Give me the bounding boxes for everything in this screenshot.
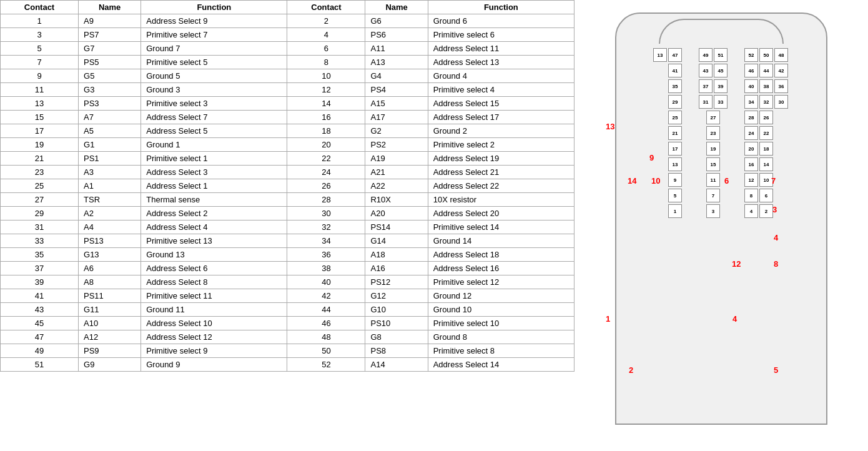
table-cell: A5: [79, 124, 141, 138]
pin: 42: [774, 64, 788, 77]
pin: 22: [759, 126, 773, 140]
table-cell: 7: [1, 56, 79, 69]
table-cell: Ground 12: [428, 289, 574, 303]
pin: 40: [744, 79, 758, 93]
table-cell: Address Select 17: [428, 111, 574, 124]
table-cell: Address Select 6: [141, 262, 287, 275]
pin: 52: [744, 48, 758, 62]
table-cell: 33: [1, 234, 79, 248]
table-cell: A21: [365, 166, 428, 179]
table-cell: 22: [287, 152, 365, 166]
pin: 1: [668, 204, 682, 218]
table-cell: A15: [365, 97, 428, 111]
pin-row: 293133343230: [623, 95, 820, 109]
table-cell: Address Select 18: [428, 248, 574, 262]
table-cell: 1: [1, 14, 79, 28]
table-cell: 44: [287, 303, 365, 317]
table-cell: Address Select 14: [428, 358, 574, 372]
pin: 20: [744, 142, 758, 156]
pin-row: 13151614: [623, 157, 820, 171]
table-cell: G11: [79, 303, 141, 317]
table-cell: 39: [1, 275, 79, 289]
pin: 10: [759, 173, 773, 187]
table-cell: G9: [79, 358, 141, 372]
table-cell: A22: [365, 179, 428, 193]
pin: 30: [774, 95, 788, 109]
table-cell: Address Select 21: [428, 166, 574, 179]
table-cell: 47: [1, 330, 79, 344]
pin: 5: [668, 189, 682, 202]
pin-row: 9111210: [623, 173, 820, 187]
pin: 45: [714, 64, 727, 77]
table-cell: 25: [1, 179, 79, 193]
table-cell: 51: [1, 358, 79, 372]
table-cell: 30: [287, 207, 365, 221]
table-cell: Address Select 12: [141, 330, 287, 344]
pin: 38: [759, 79, 773, 93]
table-cell: Primitive select 9: [141, 344, 287, 358]
pin: 7: [706, 189, 720, 202]
table-cell: A17: [365, 111, 428, 124]
pin-row: 1342: [623, 204, 820, 218]
pin: 24: [744, 126, 758, 140]
table-cell: Primitive select 8: [428, 344, 574, 358]
table-cell: Primitive select 5: [141, 56, 287, 69]
pin: 13: [668, 157, 682, 171]
table-cell: PS9: [79, 344, 141, 358]
pin: 34: [744, 95, 758, 109]
table-cell: Ground 4: [428, 69, 574, 83]
table-cell: Address Select 16: [428, 262, 574, 275]
table-cell: A14: [365, 358, 428, 372]
pin: 21: [668, 126, 682, 140]
table-cell: A18: [365, 248, 428, 262]
table-cell: PS6: [365, 28, 428, 42]
pin: 17: [668, 142, 682, 156]
table-cell: 8: [287, 56, 365, 69]
pin: 15: [706, 157, 720, 171]
pin: 9: [668, 173, 682, 187]
pin: 51: [714, 48, 727, 62]
pin: 16: [744, 157, 758, 171]
pin: 27: [706, 111, 720, 124]
pin: 49: [699, 48, 713, 62]
table-cell: G3: [79, 83, 141, 97]
table-cell: TSR: [79, 193, 141, 207]
pin: 26: [759, 111, 773, 124]
table-cell: 34: [287, 234, 365, 248]
table-cell: A8: [79, 275, 141, 289]
table-cell: PS7: [79, 28, 141, 42]
table-cell: PS11: [79, 289, 141, 303]
annotation-1: 1: [606, 314, 610, 324]
table-cell: Thermal sense: [141, 193, 287, 207]
pin: 47: [668, 48, 682, 62]
pin: 39: [714, 79, 727, 93]
table-cell: 20: [287, 138, 365, 152]
table-cell: A12: [79, 330, 141, 344]
table-cell: Address Select 3: [141, 166, 287, 179]
table-cell: Ground 3: [141, 83, 287, 97]
table-cell: 3: [1, 28, 79, 42]
table-cell: 43: [1, 303, 79, 317]
table-cell: 32: [287, 221, 365, 234]
table-cell: Ground 14: [428, 234, 574, 248]
pin: 36: [774, 79, 788, 93]
table-cell: G13: [79, 248, 141, 262]
pin-row: 414345464442: [623, 64, 820, 77]
table-cell: 24: [287, 166, 365, 179]
table-cell: G12: [365, 289, 428, 303]
table-cell: 6: [287, 42, 365, 56]
pin: 29: [668, 95, 682, 109]
table-cell: Ground 5: [141, 69, 287, 83]
table-cell: Address Select 8: [141, 275, 287, 289]
table-cell: Address Select 11: [428, 42, 574, 56]
table-cell: 38: [287, 262, 365, 275]
table-cell: G5: [79, 69, 141, 83]
table-cell: 52: [287, 358, 365, 372]
table-cell: A2: [79, 207, 141, 221]
annotation-13: 13: [606, 122, 614, 131]
table-cell: 21: [1, 152, 79, 166]
table-cell: G1: [79, 138, 141, 152]
pin-table: Contact Name Function Contact Name Funct…: [0, 0, 575, 451]
pin-row: 21232422: [623, 126, 820, 140]
table-cell: Primitive select 7: [141, 28, 287, 42]
